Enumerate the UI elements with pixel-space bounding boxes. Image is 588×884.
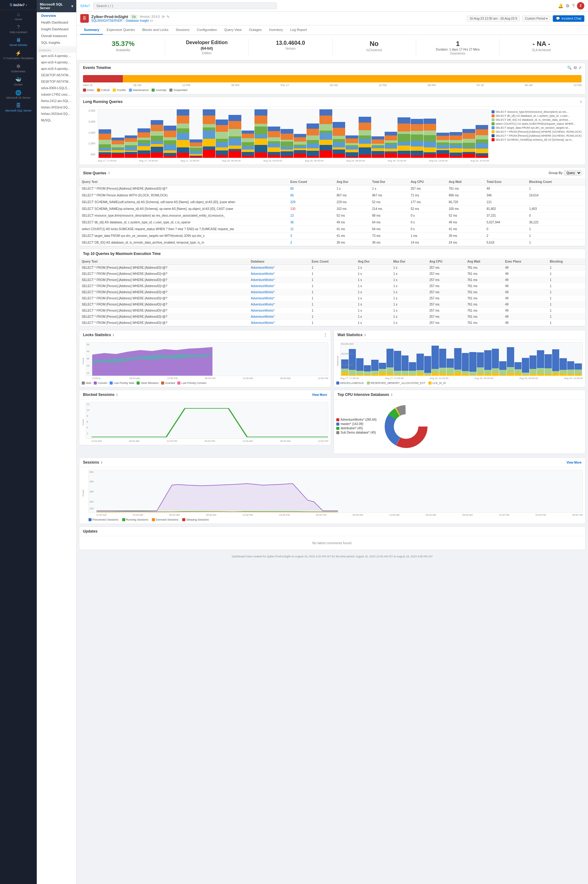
tab-blocks[interactable]: Blocks and Locks <box>138 26 172 35</box>
instance-item[interactable]: subash-17452.csez.zohoco... <box>37 91 76 98</box>
wait-bar-group <box>439 343 447 376</box>
notification-icon[interactable]: 🔔 <box>558 3 563 8</box>
t10-db[interactable]: AdventureWorks* <box>248 302 309 308</box>
wait-info-icon[interactable]: ℹ <box>364 334 366 337</box>
instance-item[interactable]: DESKTOP-N5747MP-SQL... <box>37 78 76 85</box>
instance-item[interactable]: DESKTOP-N5747MP-SQL... <box>37 72 76 78</box>
top-cpu-info-icon[interactable]: ℹ <box>391 393 392 397</box>
blocked-info-icon[interactable]: ℹ <box>116 393 118 397</box>
sq-exec-count[interactable]: 130 <box>288 206 334 212</box>
incident-chat-button[interactable]: 💬 Incident Chat <box>553 15 584 22</box>
tab-outages[interactable]: Outages <box>245 26 266 35</box>
instance-item[interactable]: apm-w16-4.apmskype.com... <box>37 66 76 72</box>
edit-icon[interactable]: ✎ <box>166 15 170 19</box>
bar-segment <box>462 149 475 152</box>
zoom-out-icon[interactable]: ⊟ <box>574 66 577 70</box>
tab-sessions[interactable]: Sessions <box>172 26 193 35</box>
t10-col-avgcpu: Avg CPU <box>427 259 465 265</box>
bar-segment <box>228 115 241 121</box>
search-input[interactable] <box>93 3 277 9</box>
table-row: SELECT target_data FROM sys.dm_xe_sessio… <box>80 233 585 239</box>
t10-col-plans: Exec Plans <box>502 259 547 265</box>
slow-queries-info-icon[interactable]: ℹ <box>108 171 110 174</box>
tab-expensive[interactable]: Expensive Queries <box>103 26 138 35</box>
t10-db[interactable]: AdventureWorks* <box>248 289 309 295</box>
tab-log-report[interactable]: Log Report <box>286 26 310 35</box>
instance-item[interactable]: apm-w16-4.apmskype.com... <box>37 59 76 66</box>
t10-plans: 49 <box>502 302 547 308</box>
instance-item[interactable]: apm-w16-4.apmskype.com... <box>37 53 76 59</box>
sq-exec-count[interactable]: 13 <box>288 212 334 219</box>
date-range-picker[interactable]: 16-Aug-23 12:00 am - 18-Aug-23 9 <box>467 16 520 21</box>
instance-item[interactable]: theira-2412-aio-SQLSERV... <box>37 98 76 104</box>
sessions-info-icon[interactable]: ℹ <box>101 461 102 464</box>
locks-y-label: Count <box>82 342 84 380</box>
left-nav-item-sqlinsights[interactable]: SQL Insights <box>37 39 76 46</box>
left-nav-item-health[interactable]: Health Dashboard <box>37 19 76 26</box>
instance-item[interactable]: hishan-3431tnd-SQLSER... <box>37 111 76 117</box>
breadcrumb-item-2[interactable]: Database Insight <box>126 19 149 23</box>
wait-bar-seg <box>530 355 537 369</box>
locks-menu-icon[interactable]: ⋮ <box>323 333 327 337</box>
bar-segment <box>423 147 436 152</box>
refresh-icon[interactable]: ⟳ <box>162 15 165 19</box>
sq-exec-count[interactable]: 2 <box>288 239 334 246</box>
tab-inventory[interactable]: Inventory <box>265 26 286 35</box>
tab-query-view[interactable]: Query View <box>220 26 245 35</box>
sidebar-item-home[interactable]: ⌂ Home <box>0 10 37 23</box>
blocked-view-more[interactable]: View More <box>312 393 327 397</box>
sidebar-item-iis[interactable]: 🌐 Microsoft IIS Server <box>0 88 37 101</box>
left-nav-item-overall[interactable]: Overall Instances <box>37 33 76 39</box>
sq-exec-count[interactable]: 65 <box>288 192 334 199</box>
breadcrumb-item-1[interactable]: SQLINSIGHTSERVER <box>91 19 123 23</box>
t10-db[interactable]: AdventureWorks* <box>248 271 309 277</box>
sq-exec-count[interactable]: 229 <box>288 199 334 206</box>
sidebar-item-kubernetes[interactable]: ☸ Kubernetes <box>0 62 37 75</box>
sidebar-item-automation[interactable]: ⚡ IT Automation Templates <box>0 48 37 62</box>
tab-summary[interactable]: Summary <box>80 26 103 35</box>
tab-configuration[interactable]: Configuration <box>193 26 220 35</box>
t10-db[interactable]: AdventureWorks* <box>248 265 309 271</box>
t10-db[interactable]: AdventureWorks* <box>248 283 309 289</box>
settings-icon[interactable]: ⚙ <box>566 3 570 8</box>
left-nav-item-insight[interactable]: Insight Dashboard <box>37 26 76 33</box>
instance-item[interactable]: MySQL <box>37 117 76 123</box>
help-icon[interactable]: ? <box>572 3 574 8</box>
t10-db[interactable]: AdventureWorks* <box>248 314 309 320</box>
sidebar-item-docker[interactable]: 🐳 Docker <box>0 75 37 88</box>
sq-exec-count[interactable]: 3 <box>288 233 334 239</box>
period-picker[interactable]: Custom Period ▾ <box>522 16 550 21</box>
left-nav-item-overview[interactable]: Overview <box>37 12 76 19</box>
bar-segment <box>138 128 150 132</box>
bar-segment <box>333 122 345 128</box>
user-avatar[interactable]: Z <box>577 2 584 9</box>
t10-db[interactable]: AdventureWorks* <box>248 295 309 302</box>
wait-bar-group <box>544 343 552 376</box>
lock-legend-abort: Abort Blockers <box>136 382 159 385</box>
collapse-icon[interactable]: ▾ <box>71 4 73 8</box>
sq-avg-dur: 229 ms <box>334 199 370 206</box>
group-by-select[interactable]: Query <box>564 170 582 176</box>
t10-db[interactable]: AdventureWorks* <box>248 277 309 283</box>
t10-db[interactable]: AdventureWorks* <box>248 308 309 314</box>
info-icon[interactable]: ℹ <box>580 100 582 104</box>
bar-segment <box>345 135 358 139</box>
sessions-view-more[interactable]: View More <box>567 461 582 464</box>
t10-db[interactable]: AdventureWorks* <box>248 320 309 326</box>
sq-exec-count[interactable]: 11 <box>288 226 334 233</box>
pct-label-2: 57.8% <box>412 418 420 421</box>
sq-exec-count[interactable]: 36 <box>288 219 334 226</box>
locks-info-icon[interactable]: ℹ <box>113 334 114 337</box>
sidebar-item-server[interactable]: 🖥 Server Monitor <box>0 36 37 48</box>
sidebar-item-sql[interactable]: 🗄 Microsoft SQL Server <box>0 101 37 114</box>
zoom-in-icon[interactable]: 🔍 <box>567 66 572 70</box>
t10-avg-cpu: 257 ms <box>427 308 465 314</box>
bar-segment <box>280 156 293 158</box>
instance-item[interactable]: hishan-3431tnd-SQLINSt... <box>37 104 76 111</box>
sidebar-item-help[interactable]: ? Help Assistant <box>0 23 37 36</box>
ssx-7: 09:00 AM <box>352 514 363 516</box>
instance-item[interactable]: selva-8369-t-SQLSERVER <box>37 85 76 91</box>
bar-segment <box>333 150 345 154</box>
sq-exec-count[interactable]: 65 <box>288 185 334 192</box>
expand-icon[interactable]: ⤢ <box>579 66 582 70</box>
